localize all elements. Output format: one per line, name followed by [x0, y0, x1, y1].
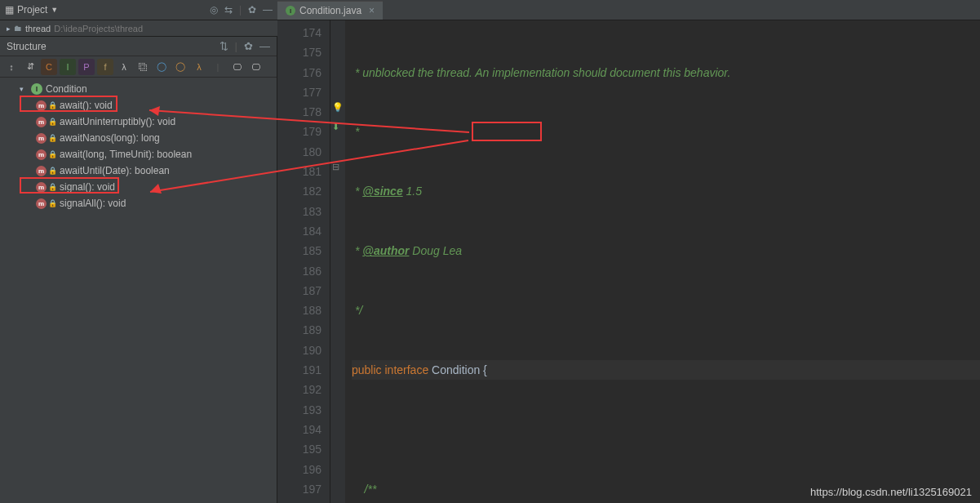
filter-class-icon[interactable]: C: [41, 59, 57, 75]
lock-icon: 🔒: [48, 118, 56, 126]
filter-interface-icon[interactable]: I: [60, 59, 76, 75]
method-label: signal(): void: [60, 181, 115, 193]
tree-method-signalAll[interactable]: m🔒 signalAll(): void: [0, 195, 277, 211]
method-icon: m: [36, 182, 47, 193]
chevron-down-icon: ▾: [20, 85, 28, 93]
gear-icon[interactable]: ✿: [244, 40, 253, 52]
method-label: awaitUntil(Date): boolean: [60, 165, 170, 176]
folder-icon: 🖿: [14, 24, 22, 33]
filter-property-icon[interactable]: P: [78, 59, 95, 75]
lock-icon: 🔒: [48, 183, 56, 191]
structure-tree: ▾ I Condition m🔒 await(): void m🔒 awaitU…: [0, 78, 277, 215]
expand-icon[interactable]: ⇅: [220, 40, 228, 52]
file-tab[interactable]: I Condition.java ×: [277, 1, 383, 20]
icon-gutter: 💡 ⬇ ⊟: [330, 20, 345, 503]
anon-icon[interactable]: ◯: [172, 59, 188, 75]
project-icon: ▦: [5, 4, 14, 16]
method-icon: m: [36, 117, 47, 127]
inherit-icon[interactable]: ◯: [153, 59, 170, 75]
collapse-icon[interactable]: ⇆: [224, 4, 233, 16]
interface-icon: I: [31, 83, 42, 95]
autoscroll-icon[interactable]: 🖵: [228, 59, 245, 75]
tree-method-awaitUntil[interactable]: m🔒 awaitUntil(Date): boolean: [0, 162, 277, 179]
method-icon: m: [36, 166, 47, 176]
line-number-gutter: 174 175 176 177 178 179 180 181 182 183 …: [277, 20, 330, 503]
structure-title: Structure: [7, 41, 47, 52]
class-name-token: Condition: [432, 363, 480, 376]
method-icon: m: [36, 133, 47, 144]
autoscroll-from-icon[interactable]: 🖵: [247, 59, 264, 75]
filter-field-icon[interactable]: f: [97, 59, 113, 75]
implements-icon[interactable]: ⬇: [332, 122, 339, 132]
method-label: signalAll(): void: [60, 198, 126, 209]
breadcrumb-path: D:\ideaProjects\thread: [54, 24, 143, 33]
method-label: awaitUninterruptibly(): void: [60, 116, 175, 127]
lock-icon: 🔒: [48, 134, 56, 142]
project-label-text: Project: [17, 4, 47, 16]
method-label: await(): void: [60, 100, 113, 111]
tree-icon[interactable]: ⿻: [135, 59, 151, 75]
divider: |: [235, 40, 237, 52]
project-dropdown[interactable]: ▦ Project ▼: [5, 4, 58, 16]
method-label: await(long, TimeUnit): boolean: [60, 149, 192, 160]
filter-lambda-icon[interactable]: λ: [116, 59, 132, 75]
interface-icon: I: [286, 6, 295, 16]
method-icon: m: [36, 149, 47, 160]
class-name-label: Condition: [46, 83, 87, 95]
fold-icon[interactable]: ⊟: [332, 162, 339, 172]
code-area[interactable]: * unblocked the thread. An implementatio…: [345, 20, 980, 503]
tree-method-awaitTimeUnit[interactable]: m🔒 await(long, TimeUnit): boolean: [0, 146, 277, 162]
target-icon[interactable]: ◎: [210, 4, 218, 16]
method-icon: m: [36, 100, 47, 111]
method-label: awaitNanos(long): long: [60, 132, 160, 144]
structure-toolbar: ↕ ⇵ C I P f λ ⿻ ◯ ◯ λ | 🖵 🖵: [0, 56, 277, 78]
lock-icon: 🔒: [48, 101, 56, 109]
bulb-icon[interactable]: 💡: [332, 102, 344, 113]
close-icon[interactable]: ×: [369, 5, 375, 16]
minimize-icon[interactable]: —: [259, 40, 270, 52]
sort-alpha-icon[interactable]: ⇵: [22, 59, 38, 75]
tree-class-node[interactable]: ▾ I Condition: [0, 81, 277, 97]
breadcrumb-name: thread: [25, 24, 51, 33]
tree-method-awaitUninterruptibly[interactable]: m🔒 awaitUninterruptibly(): void: [0, 114, 277, 130]
breadcrumb[interactable]: ▸ 🖿 thread D:\ideaProjects\thread: [0, 20, 277, 37]
minimize-icon[interactable]: —: [263, 4, 273, 16]
tree-method-awaitNanos[interactable]: m🔒 awaitNanos(long): long: [0, 130, 277, 146]
divider: |: [210, 59, 226, 75]
watermark: https://blog.csdn.net/li1325169021: [810, 486, 972, 498]
tab-filename: Condition.java: [299, 5, 361, 16]
method-icon: m: [36, 198, 47, 209]
lock-icon: 🔒: [48, 167, 56, 175]
divider: |: [239, 4, 242, 16]
code-editor[interactable]: 174 175 176 177 178 179 180 181 182 183 …: [277, 20, 980, 503]
lock-icon: 🔒: [48, 150, 56, 158]
sort-icon[interactable]: ↕: [3, 59, 20, 75]
tree-method-signal[interactable]: m🔒 signal(): void: [0, 179, 277, 195]
lambda2-icon[interactable]: λ: [191, 59, 207, 75]
gear-icon[interactable]: ✿: [248, 4, 256, 16]
chevron-down-icon: ▼: [51, 6, 58, 14]
tree-method-await[interactable]: m🔒 await(): void: [0, 97, 277, 114]
chevron-right-icon: ▸: [7, 24, 11, 33]
lock-icon: 🔒: [48, 199, 56, 207]
